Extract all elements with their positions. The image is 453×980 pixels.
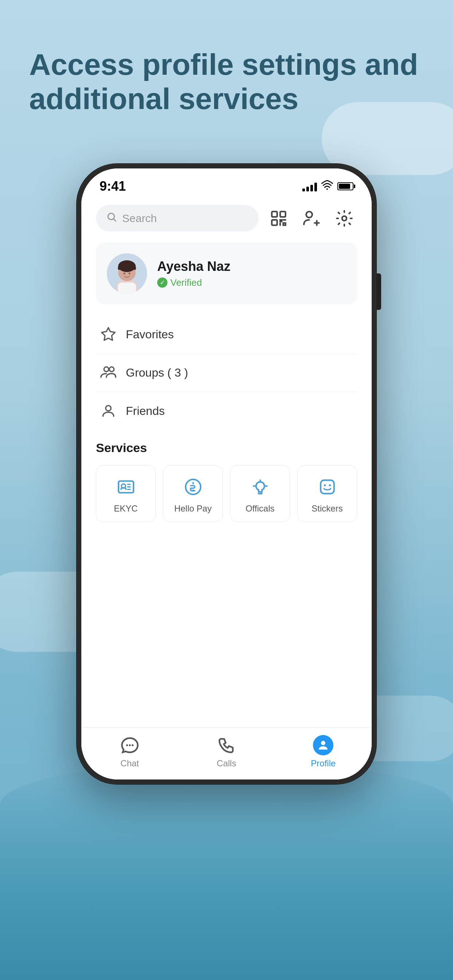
search-icon: [106, 212, 117, 225]
verified-badge: ✓ Verified: [157, 277, 231, 288]
svg-point-14: [104, 367, 109, 372]
ekyc-label: EKYC: [114, 503, 137, 514]
menu-list: Favorites Groups ( 3 ): [81, 312, 372, 433]
tab-profile[interactable]: Profile: [275, 735, 372, 768]
tab-calls[interactable]: Calls: [178, 735, 274, 768]
groups-label: Groups ( 3 ): [126, 366, 188, 380]
app-content: Search: [81, 197, 372, 780]
svg-rect-2: [272, 212, 277, 217]
header-section: Access profile settings and additional s…: [29, 48, 424, 116]
svg-point-21: [324, 484, 326, 486]
chat-tab-label: Chat: [120, 758, 139, 768]
signal-icon: [302, 181, 317, 191]
stickers-service-card[interactable]: Stickers: [297, 465, 357, 522]
favorites-menu-item[interactable]: Favorites: [96, 315, 357, 354]
battery-icon: [337, 182, 353, 190]
officals-label: Officals: [246, 503, 274, 514]
groups-icon: [100, 364, 117, 381]
top-bar: Search: [81, 197, 372, 239]
phone-body: 9:41: [77, 164, 376, 784]
content-spacer: [81, 530, 372, 727]
stickers-icon: [316, 476, 338, 498]
profile-info: Ayesha Naz ✓ Verified: [157, 259, 231, 288]
svg-point-16: [106, 406, 111, 411]
page-title: Access profile settings and additional s…: [29, 48, 424, 116]
officals-service-card[interactable]: Officals: [230, 465, 290, 522]
profile-tab-icon: [313, 735, 333, 756]
hellopay-label: Hello Pay: [174, 503, 212, 514]
search-placeholder: Search: [122, 212, 157, 224]
svg-point-12: [124, 273, 126, 275]
svg-point-0: [327, 188, 328, 189]
svg-point-26: [321, 741, 325, 745]
friends-label: Friends: [126, 404, 165, 418]
add-friend-button[interactable]: [299, 205, 324, 231]
phone-mockup: 9:41: [77, 164, 376, 784]
search-box[interactable]: Search: [96, 205, 258, 232]
chat-tab-icon: [120, 735, 140, 756]
svg-point-23: [126, 744, 128, 746]
hellopay-icon: [182, 476, 204, 498]
profile-tab-label: Profile: [311, 758, 335, 768]
ekyc-icon: [115, 476, 137, 498]
stickers-label: Stickers: [311, 503, 343, 514]
status-time: 9:41: [100, 179, 126, 194]
verified-check-icon: ✓: [157, 277, 167, 288]
svg-point-24: [129, 744, 131, 746]
hellopay-service-card[interactable]: Hello Pay: [163, 465, 223, 522]
svg-point-13: [129, 273, 131, 275]
svg-point-25: [132, 744, 134, 746]
profile-name: Ayesha Naz: [157, 259, 231, 274]
favorites-label: Favorites: [126, 328, 174, 341]
svg-rect-3: [280, 212, 286, 217]
services-section: Services EKYC: [81, 433, 372, 530]
tab-chat[interactable]: Chat: [81, 735, 178, 768]
scan-qr-button[interactable]: [266, 205, 292, 231]
calls-tab-icon: [216, 735, 237, 756]
svg-rect-9: [118, 283, 136, 293]
wifi-icon: [321, 180, 333, 193]
settings-button[interactable]: [332, 205, 357, 231]
wave-decoration: [0, 761, 453, 980]
officals-icon: [249, 476, 271, 498]
phone-screen: 9:41: [81, 169, 372, 780]
svg-point-15: [109, 367, 114, 372]
profile-card[interactable]: Ayesha Naz ✓ Verified: [96, 242, 357, 304]
svg-point-5: [306, 212, 312, 218]
svg-point-6: [342, 216, 347, 221]
groups-menu-item[interactable]: Groups ( 3 ): [96, 354, 357, 392]
svg-point-22: [329, 484, 331, 486]
svg-point-19: [185, 479, 200, 494]
friends-menu-item[interactable]: Friends: [96, 392, 357, 430]
favorites-icon: [100, 326, 117, 343]
calls-tab-label: Calls: [217, 758, 236, 768]
avatar: [107, 253, 147, 293]
verified-label: Verified: [170, 277, 202, 288]
status-bar: 9:41: [81, 169, 372, 197]
services-grid: EKYC Hello Pay: [96, 465, 357, 522]
ekyc-service-card[interactable]: EKYC: [96, 465, 156, 522]
bottom-tab-bar: Chat Calls: [81, 727, 372, 780]
svg-rect-20: [321, 480, 334, 494]
friends-icon: [100, 402, 117, 420]
svg-rect-4: [272, 220, 277, 225]
services-title: Services: [96, 441, 357, 455]
status-icons: [302, 180, 353, 193]
